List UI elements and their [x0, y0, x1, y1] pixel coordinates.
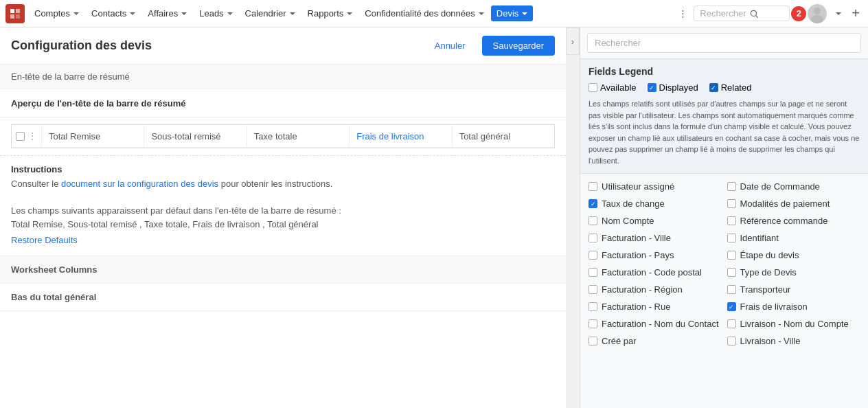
- field-item: Taux de change: [589, 196, 722, 211]
- field-item: Facturation - Nom du Contact: [589, 317, 722, 331]
- table-row: ⋮ Total Remise Sous-total remisé Taxe to…: [12, 125, 554, 148]
- svg-point-7: [811, 15, 823, 23]
- field-item: Utilisateur assigné: [589, 179, 722, 194]
- field-checkbox[interactable]: [727, 199, 736, 208]
- field-label: Date de Commande: [740, 181, 820, 192]
- instructions-title: Instructions: [11, 164, 555, 174]
- user-avatar[interactable]: [808, 4, 827, 23]
- field-item: Référence commande: [727, 214, 860, 228]
- field-label: Identifiant: [740, 233, 779, 243]
- field-checkbox[interactable]: [589, 319, 597, 328]
- field-item: Identifiant: [727, 231, 860, 245]
- nav-item-calendrier[interactable]: Calendrier: [240, 5, 301, 21]
- add-new-button[interactable]: +: [849, 5, 863, 21]
- field-item: Facturation - Ville: [589, 231, 722, 245]
- field-item: Livraison - Nom du Compte: [727, 317, 860, 331]
- field-checkbox[interactable]: [589, 285, 597, 294]
- nav-item-comptes[interactable]: Comptes: [29, 5, 84, 21]
- search-box[interactable]: Rechercher: [694, 5, 790, 21]
- field-item: Facturation - Code postal: [589, 265, 722, 280]
- field-checkbox[interactable]: [589, 268, 597, 277]
- table-cell-taxe: Taxe totale: [247, 126, 350, 147]
- nav-item-leads[interactable]: Leads: [194, 5, 238, 21]
- nav-arrow-affaires: [181, 12, 187, 15]
- field-checkbox[interactable]: [727, 234, 736, 242]
- field-label: Facturation - Ville: [602, 233, 671, 243]
- field-checkbox[interactable]: [589, 337, 597, 345]
- nav-item-affaires[interactable]: Affaires: [142, 5, 192, 21]
- save-button[interactable]: Sauvegarder: [482, 36, 555, 56]
- field-checkbox[interactable]: [589, 302, 597, 311]
- doc-link[interactable]: document sur la configuration des devis: [61, 179, 218, 189]
- nav-arrow-comptes: [73, 12, 79, 15]
- right-search-input[interactable]: [587, 33, 861, 53]
- field-checkbox[interactable]: [727, 285, 736, 294]
- restore-defaults-link[interactable]: Restore Defaults: [11, 234, 555, 247]
- notification-badge[interactable]: 2: [791, 6, 806, 21]
- nav-arrow-rapports: [347, 12, 352, 15]
- field-checkbox[interactable]: [589, 251, 597, 260]
- legend-checkboxes: Available Displayed Related: [589, 82, 860, 93]
- more-options-button[interactable]: ⋮: [673, 4, 692, 23]
- nav-arrow-calendrier: [290, 12, 295, 15]
- nav-arrow-confidentialite: [479, 12, 484, 15]
- svg-point-6: [814, 8, 821, 14]
- fields-grid: Utilisateur assignéDate de CommandeTaux …: [589, 179, 860, 348]
- avatar-image: [808, 4, 827, 23]
- right-panel: Fields Legend Available Displayed Relate…: [580, 27, 868, 408]
- field-checkbox-checked[interactable]: [727, 302, 736, 311]
- field-checkbox[interactable]: [727, 216, 736, 225]
- table-cell-total-general: Total général: [453, 126, 554, 147]
- field-item: Date de Commande: [727, 179, 860, 194]
- right-panel-search: [580, 27, 868, 59]
- nav-item-devis[interactable]: Devis: [491, 5, 534, 21]
- fields-list: Utilisateur assignéDate de CommandeTaux …: [580, 174, 868, 408]
- left-panel: Configuration des devis Annuler Sauvegar…: [0, 27, 566, 408]
- legend-displayed: Displayed: [648, 82, 698, 93]
- field-item: Facturation - Région: [589, 282, 722, 297]
- nav-item-contacts[interactable]: Contacts: [86, 5, 141, 21]
- field-checkbox[interactable]: [727, 182, 736, 191]
- page-title: Configuration des devis: [11, 38, 418, 53]
- field-checkbox[interactable]: [727, 268, 736, 277]
- field-checkbox[interactable]: [589, 182, 597, 191]
- available-checkbox[interactable]: [589, 83, 597, 92]
- field-item: Nom Compte: [589, 214, 722, 228]
- nav-item-confidentialite[interactable]: Confidentialité des données: [359, 5, 489, 21]
- instructions-body: Consulter le document sur la configurati…: [11, 177, 555, 247]
- instructions-area: Instructions Consulter le document sur l…: [0, 156, 566, 256]
- preview-title: Aperçu de l'en-tête de la barre de résum…: [0, 89, 566, 117]
- field-checkbox[interactable]: [727, 337, 736, 345]
- legend-available: Available: [589, 82, 637, 93]
- legend-description: Les champs relatifs sont utilisés par d'…: [589, 98, 860, 166]
- nav-arrow-contacts: [130, 12, 135, 15]
- avatar-dropdown-button[interactable]: [828, 4, 847, 23]
- field-item: Créé par: [589, 334, 722, 348]
- field-label: Modalités de paiement: [740, 199, 830, 209]
- grand-total-section: Bas du total général: [0, 284, 566, 311]
- field-checkbox[interactable]: [589, 216, 597, 225]
- drag-handle-icon[interactable]: ⋮: [27, 131, 37, 141]
- collapse-panel-button[interactable]: ›: [566, 27, 580, 55]
- cancel-button[interactable]: Annuler: [426, 36, 474, 55]
- field-checkbox[interactable]: [727, 319, 736, 328]
- nav-item-rapports[interactable]: Rapports: [302, 5, 358, 21]
- field-label: Étape du devis: [740, 250, 799, 260]
- table-cell-frais-livraison: Frais de livraison: [350, 126, 452, 147]
- field-item: Étape du devis: [727, 248, 860, 262]
- svg-rect-1: [16, 9, 20, 13]
- table-preview-area: ⋮ Total Remise Sous-total remisé Taxe to…: [0, 117, 566, 156]
- legend-related: Related: [709, 82, 752, 93]
- app-logo[interactable]: [5, 4, 25, 23]
- field-checkbox[interactable]: [727, 251, 736, 260]
- field-item: Livraison - Ville: [727, 334, 860, 348]
- svg-rect-0: [10, 9, 14, 13]
- row-checkbox[interactable]: [16, 132, 25, 141]
- field-checkbox-checked[interactable]: [589, 199, 597, 208]
- related-checkbox[interactable]: [709, 83, 718, 92]
- field-label: Taux de change: [602, 199, 665, 209]
- nav-arrow-devis: [522, 12, 527, 15]
- field-checkbox[interactable]: [589, 234, 597, 242]
- field-label: Utilisateur assigné: [602, 181, 674, 192]
- displayed-checkbox[interactable]: [648, 83, 656, 92]
